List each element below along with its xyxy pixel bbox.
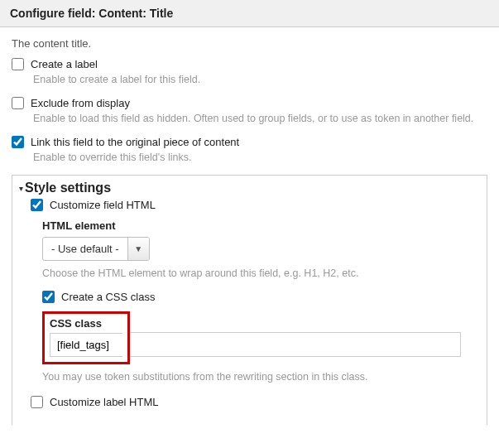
html-element-help: Choose the HTML element to wrap around t…: [42, 267, 480, 279]
intro-text: The content title.: [12, 37, 487, 50]
css-class-highlight: CSS class: [42, 311, 130, 364]
create-label-option: Create a label: [12, 58, 487, 70]
css-class-label: CSS class: [50, 317, 122, 330]
exclude-help: Enable to load this field as hidden. Oft…: [33, 113, 487, 124]
customize-field-html-label[interactable]: Customize field HTML: [31, 199, 480, 211]
customize-field-html-text: Customize field HTML: [50, 199, 156, 211]
css-class-block: CSS class You may use token substitution…: [42, 311, 480, 383]
create-css-class-text: Create a CSS class: [61, 291, 155, 303]
customize-field-html-option: Customize field HTML: [31, 199, 480, 211]
link-original-option: Link this field to the original piece of…: [12, 136, 487, 148]
exclude-text: Exclude from display: [31, 97, 130, 109]
css-class-input[interactable]: [50, 333, 122, 357]
link-original-checkbox[interactable]: [12, 136, 24, 148]
dropdown-arrow-icon[interactable]: ▼: [127, 238, 149, 260]
exclude-option: Exclude from display: [12, 97, 487, 109]
customize-field-html-checkbox[interactable]: [31, 199, 43, 211]
customize-label-html-text: Customize label HTML: [50, 396, 159, 408]
create-label-help: Enable to create a label for this field.: [33, 74, 487, 85]
html-element-select[interactable]: - Use default - ▼: [42, 237, 150, 261]
exclude-label[interactable]: Exclude from display: [12, 97, 487, 109]
create-label-checkbox[interactable]: [12, 58, 24, 70]
css-class-help: You may use token substitutions from the…: [42, 371, 480, 383]
dialog-body: The content title. Create a label Enable…: [0, 27, 499, 425]
create-css-class-checkbox[interactable]: [42, 291, 55, 303]
style-settings-section: ▾ Style settings Customize field HTML HT…: [12, 175, 487, 425]
create-label-text: Create a label: [31, 58, 98, 70]
html-element-selected: - Use default -: [43, 238, 127, 260]
link-original-text: Link this field to the original piece of…: [31, 136, 239, 148]
dialog-title: Configure field: Content: Title: [0, 0, 499, 27]
caret-down-icon: ▾: [19, 184, 23, 193]
css-class-input-extension[interactable]: [130, 332, 461, 357]
html-element-label: HTML element: [42, 219, 480, 232]
style-settings-toggle[interactable]: ▾ Style settings: [19, 181, 480, 195]
customize-label-html-option: Customize label HTML: [31, 396, 480, 408]
exclude-checkbox[interactable]: [12, 97, 24, 109]
create-label-label[interactable]: Create a label: [12, 58, 487, 70]
customize-label-html-checkbox[interactable]: [31, 396, 43, 408]
link-original-label[interactable]: Link this field to the original piece of…: [12, 136, 487, 148]
customize-label-html-label[interactable]: Customize label HTML: [31, 396, 480, 408]
style-settings-title: Style settings: [25, 181, 111, 195]
link-original-help: Enable to override this field's links.: [33, 152, 487, 163]
create-css-class-option: Create a CSS class: [42, 291, 480, 303]
create-css-class-label[interactable]: Create a CSS class: [42, 291, 480, 303]
